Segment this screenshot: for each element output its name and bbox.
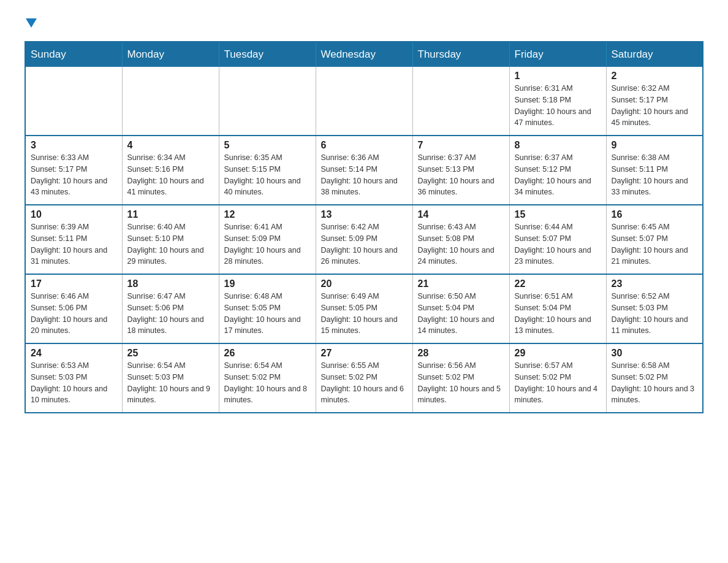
day-number: 3 bbox=[31, 140, 117, 151]
day-number: 1 bbox=[515, 71, 601, 82]
calendar-week-row: 17Sunrise: 6:46 AMSunset: 5:06 PMDayligh… bbox=[25, 274, 703, 343]
day-of-week-header: Wednesday bbox=[316, 42, 412, 67]
calendar-cell: 12Sunrise: 6:41 AMSunset: 5:09 PMDayligh… bbox=[219, 205, 316, 274]
day-number: 24 bbox=[31, 348, 117, 359]
calendar-cell: 25Sunrise: 6:54 AMSunset: 5:03 PMDayligh… bbox=[122, 343, 219, 413]
day-number: 9 bbox=[612, 140, 698, 151]
day-number: 2 bbox=[612, 71, 698, 82]
day-info: Sunrise: 6:38 AMSunset: 5:11 PMDaylight:… bbox=[612, 152, 698, 198]
day-info: Sunrise: 6:44 AMSunset: 5:07 PMDaylight:… bbox=[515, 221, 601, 267]
calendar-cell: 19Sunrise: 6:48 AMSunset: 5:05 PMDayligh… bbox=[219, 274, 316, 343]
day-info: Sunrise: 6:41 AMSunset: 5:09 PMDaylight:… bbox=[224, 221, 311, 267]
calendar-week-row: 24Sunrise: 6:53 AMSunset: 5:03 PMDayligh… bbox=[25, 343, 703, 413]
calendar-cell: 23Sunrise: 6:52 AMSunset: 5:03 PMDayligh… bbox=[606, 274, 703, 343]
day-number: 6 bbox=[321, 140, 408, 151]
calendar-cell: 7Sunrise: 6:37 AMSunset: 5:13 PMDaylight… bbox=[412, 136, 509, 205]
calendar-week-row: 3Sunrise: 6:33 AMSunset: 5:17 PMDaylight… bbox=[25, 136, 703, 205]
day-info: Sunrise: 6:42 AMSunset: 5:09 PMDaylight:… bbox=[321, 221, 408, 267]
day-number: 19 bbox=[224, 278, 311, 289]
day-number: 21 bbox=[418, 278, 504, 289]
day-info: Sunrise: 6:55 AMSunset: 5:02 PMDaylight:… bbox=[321, 360, 408, 406]
calendar-cell bbox=[25, 67, 122, 136]
day-info: Sunrise: 6:40 AMSunset: 5:10 PMDaylight:… bbox=[127, 221, 214, 267]
day-number: 20 bbox=[321, 278, 408, 289]
calendar-cell bbox=[316, 67, 412, 136]
calendar-cell: 17Sunrise: 6:46 AMSunset: 5:06 PMDayligh… bbox=[25, 274, 122, 343]
calendar-cell: 8Sunrise: 6:37 AMSunset: 5:12 PMDaylight… bbox=[509, 136, 606, 205]
day-number: 28 bbox=[418, 348, 504, 359]
calendar-header-row: SundayMondayTuesdayWednesdayThursdayFrid… bbox=[25, 42, 703, 67]
calendar-cell: 15Sunrise: 6:44 AMSunset: 5:07 PMDayligh… bbox=[509, 205, 606, 274]
calendar-cell: 24Sunrise: 6:53 AMSunset: 5:03 PMDayligh… bbox=[25, 343, 122, 413]
calendar-cell bbox=[412, 67, 509, 136]
calendar-cell: 1Sunrise: 6:31 AMSunset: 5:18 PMDaylight… bbox=[509, 67, 606, 136]
day-number: 10 bbox=[31, 209, 117, 220]
day-info: Sunrise: 6:52 AMSunset: 5:03 PMDaylight:… bbox=[612, 291, 698, 337]
calendar-cell: 20Sunrise: 6:49 AMSunset: 5:05 PMDayligh… bbox=[316, 274, 412, 343]
calendar-cell bbox=[219, 67, 316, 136]
calendar-cell: 30Sunrise: 6:58 AMSunset: 5:02 PMDayligh… bbox=[606, 343, 703, 413]
calendar-cell: 27Sunrise: 6:55 AMSunset: 5:02 PMDayligh… bbox=[316, 343, 412, 413]
day-number: 15 bbox=[515, 209, 601, 220]
day-number: 4 bbox=[127, 140, 214, 151]
calendar-cell: 4Sunrise: 6:34 AMSunset: 5:16 PMDaylight… bbox=[122, 136, 219, 205]
day-info: Sunrise: 6:37 AMSunset: 5:12 PMDaylight:… bbox=[515, 152, 601, 198]
calendar-cell: 26Sunrise: 6:54 AMSunset: 5:02 PMDayligh… bbox=[219, 343, 316, 413]
day-info: Sunrise: 6:46 AMSunset: 5:06 PMDaylight:… bbox=[31, 291, 117, 337]
day-info: Sunrise: 6:36 AMSunset: 5:14 PMDaylight:… bbox=[321, 152, 408, 198]
day-number: 29 bbox=[515, 348, 601, 359]
day-info: Sunrise: 6:56 AMSunset: 5:02 PMDaylight:… bbox=[418, 360, 504, 406]
day-of-week-header: Sunday bbox=[25, 42, 122, 67]
day-info: Sunrise: 6:54 AMSunset: 5:03 PMDaylight:… bbox=[127, 360, 214, 406]
day-of-week-header: Saturday bbox=[606, 42, 703, 67]
page-header bbox=[25, 18, 703, 30]
day-info: Sunrise: 6:49 AMSunset: 5:05 PMDaylight:… bbox=[321, 291, 408, 337]
calendar-cell: 9Sunrise: 6:38 AMSunset: 5:11 PMDaylight… bbox=[606, 136, 703, 205]
calendar-table: SundayMondayTuesdayWednesdayThursdayFrid… bbox=[25, 41, 703, 413]
day-number: 23 bbox=[612, 278, 698, 289]
calendar-cell: 21Sunrise: 6:50 AMSunset: 5:04 PMDayligh… bbox=[412, 274, 509, 343]
day-info: Sunrise: 6:48 AMSunset: 5:05 PMDaylight:… bbox=[224, 291, 311, 337]
day-number: 13 bbox=[321, 209, 408, 220]
day-info: Sunrise: 6:35 AMSunset: 5:15 PMDaylight:… bbox=[224, 152, 311, 198]
logo bbox=[25, 18, 42, 30]
calendar-cell: 6Sunrise: 6:36 AMSunset: 5:14 PMDaylight… bbox=[316, 136, 412, 205]
day-number: 16 bbox=[612, 209, 698, 220]
logo-triangle-icon bbox=[26, 18, 37, 30]
day-info: Sunrise: 6:54 AMSunset: 5:02 PMDaylight:… bbox=[224, 360, 311, 406]
day-info: Sunrise: 6:47 AMSunset: 5:06 PMDaylight:… bbox=[127, 291, 214, 337]
day-info: Sunrise: 6:43 AMSunset: 5:08 PMDaylight:… bbox=[418, 221, 504, 267]
day-info: Sunrise: 6:50 AMSunset: 5:04 PMDaylight:… bbox=[418, 291, 504, 337]
svg-marker-0 bbox=[26, 18, 37, 28]
day-info: Sunrise: 6:45 AMSunset: 5:07 PMDaylight:… bbox=[612, 221, 698, 267]
day-info: Sunrise: 6:53 AMSunset: 5:03 PMDaylight:… bbox=[31, 360, 117, 406]
day-number: 18 bbox=[127, 278, 214, 289]
day-number: 26 bbox=[224, 348, 311, 359]
calendar-cell: 29Sunrise: 6:57 AMSunset: 5:02 PMDayligh… bbox=[509, 343, 606, 413]
day-of-week-header: Thursday bbox=[412, 42, 509, 67]
day-info: Sunrise: 6:32 AMSunset: 5:17 PMDaylight:… bbox=[612, 83, 698, 129]
day-number: 11 bbox=[127, 209, 214, 220]
calendar-cell: 3Sunrise: 6:33 AMSunset: 5:17 PMDaylight… bbox=[25, 136, 122, 205]
day-info: Sunrise: 6:39 AMSunset: 5:11 PMDaylight:… bbox=[31, 221, 117, 267]
day-number: 17 bbox=[31, 278, 117, 289]
day-number: 8 bbox=[515, 140, 601, 151]
calendar-cell: 13Sunrise: 6:42 AMSunset: 5:09 PMDayligh… bbox=[316, 205, 412, 274]
day-number: 12 bbox=[224, 209, 311, 220]
day-number: 7 bbox=[418, 140, 504, 151]
calendar-cell: 14Sunrise: 6:43 AMSunset: 5:08 PMDayligh… bbox=[412, 205, 509, 274]
day-of-week-header: Monday bbox=[122, 42, 219, 67]
day-number: 14 bbox=[418, 209, 504, 220]
day-number: 27 bbox=[321, 348, 408, 359]
day-info: Sunrise: 6:57 AMSunset: 5:02 PMDaylight:… bbox=[515, 360, 601, 406]
calendar-cell: 10Sunrise: 6:39 AMSunset: 5:11 PMDayligh… bbox=[25, 205, 122, 274]
calendar-cell: 11Sunrise: 6:40 AMSunset: 5:10 PMDayligh… bbox=[122, 205, 219, 274]
day-of-week-header: Tuesday bbox=[219, 42, 316, 67]
calendar-week-row: 10Sunrise: 6:39 AMSunset: 5:11 PMDayligh… bbox=[25, 205, 703, 274]
day-info: Sunrise: 6:37 AMSunset: 5:13 PMDaylight:… bbox=[418, 152, 504, 198]
calendar-cell: 2Sunrise: 6:32 AMSunset: 5:17 PMDaylight… bbox=[606, 67, 703, 136]
calendar-cell: 28Sunrise: 6:56 AMSunset: 5:02 PMDayligh… bbox=[412, 343, 509, 413]
calendar-cell: 18Sunrise: 6:47 AMSunset: 5:06 PMDayligh… bbox=[122, 274, 219, 343]
day-number: 22 bbox=[515, 278, 601, 289]
day-info: Sunrise: 6:51 AMSunset: 5:04 PMDaylight:… bbox=[515, 291, 601, 337]
